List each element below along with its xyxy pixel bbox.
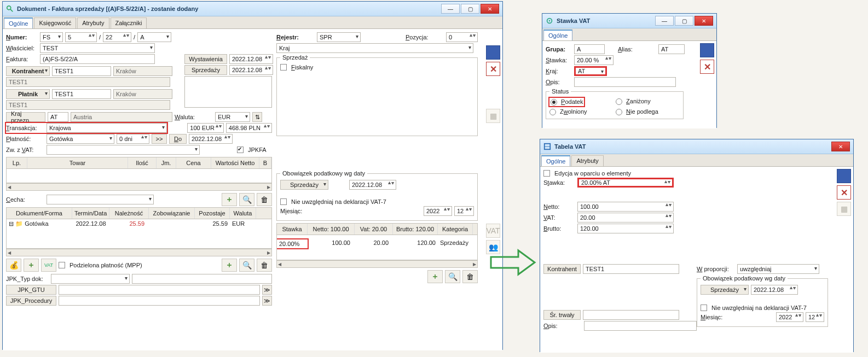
hdr-ilosc[interactable]: Ilość bbox=[128, 157, 157, 168]
w2-kraj[interactable]: AT bbox=[574, 66, 607, 76]
rate1[interactable]: 100 EUR bbox=[187, 123, 224, 133]
add2-icon[interactable]: ＋ bbox=[24, 259, 39, 272]
jpk-proc-more[interactable]: ≫ bbox=[262, 296, 272, 306]
win3-close[interactable]: ✕ bbox=[831, 142, 850, 151]
jpk-gtu[interactable] bbox=[59, 285, 260, 295]
do-date[interactable]: 2022.12.08 bbox=[189, 134, 233, 144]
win2-min[interactable]: — bbox=[655, 16, 674, 26]
w3-kontrahent[interactable]: TEST1 bbox=[583, 264, 679, 274]
hdr-b[interactable]: B bbox=[259, 157, 271, 168]
btn-kontrahent[interactable]: Kontrahent bbox=[6, 66, 50, 76]
radio-podatek[interactable] bbox=[551, 99, 557, 106]
items-scroll-h[interactable]: ◀▶ bbox=[6, 183, 272, 191]
note-box[interactable] bbox=[184, 76, 272, 108]
chk-edycja[interactable] bbox=[543, 170, 550, 177]
vh0[interactable]: Stawka bbox=[277, 224, 308, 235]
tab-ksiegowosc[interactable]: Księgowość bbox=[34, 17, 76, 28]
hdr-cena[interactable]: Cena bbox=[176, 157, 211, 168]
w3-opis[interactable] bbox=[584, 321, 697, 331]
tab-atrybuty[interactable]: Atrybuty bbox=[77, 17, 109, 28]
tab-zalaczniki[interactable]: Załączniki bbox=[111, 17, 147, 28]
w3-save-icon[interactable] bbox=[837, 169, 851, 183]
bank-icon[interactable]: 💰 bbox=[6, 259, 21, 272]
date-sprzedazy[interactable]: 2022.12.08 bbox=[229, 65, 273, 75]
add3-icon[interactable]: ＋ bbox=[222, 259, 237, 272]
jpk-typ[interactable] bbox=[51, 274, 130, 284]
w3-btn-srtrwaly[interactable]: Śr. trwały bbox=[543, 310, 581, 320]
btn-kraj-przezn[interactable]: Kraj przezn. bbox=[6, 112, 45, 122]
win2-max[interactable]: ▢ bbox=[675, 16, 693, 26]
w2-opis[interactable] bbox=[574, 77, 676, 87]
ph3[interactable]: Zobowiązanie bbox=[149, 208, 195, 219]
miesiac-m[interactable]: 12 bbox=[454, 206, 474, 216]
window-minimize[interactable]: — bbox=[441, 4, 460, 14]
date-wystawienia[interactable]: 2022.12.08 bbox=[229, 54, 273, 64]
w3-chk-nieuwz[interactable] bbox=[701, 305, 707, 311]
vat-icon[interactable]: VAT bbox=[486, 224, 500, 238]
add-icon[interactable]: ＋ bbox=[222, 193, 237, 206]
w3-miesiac-r[interactable]: 2022 bbox=[776, 312, 803, 322]
numer-prefix[interactable]: FS bbox=[40, 32, 63, 42]
chk-fiskalny[interactable] bbox=[280, 64, 287, 71]
miesiac-rok[interactable]: 2022 bbox=[424, 206, 452, 216]
jpk-proc[interactable] bbox=[59, 296, 260, 306]
w2-stawka[interactable]: 20.00 % bbox=[574, 55, 614, 65]
ph5[interactable]: Waluta bbox=[230, 208, 256, 219]
jpk-gtu-more[interactable]: ≫ bbox=[262, 285, 272, 295]
radio-zwolniony[interactable] bbox=[549, 109, 556, 115]
payments-scroll[interactable]: ◀▶ bbox=[6, 249, 272, 256]
hdr-netto[interactable]: Wartości Netto bbox=[211, 157, 259, 168]
kraj-przezn-code[interactable]: AT bbox=[48, 112, 68, 122]
cecha[interactable] bbox=[47, 195, 154, 204]
kontrahent-code[interactable]: TEST1 bbox=[52, 66, 111, 76]
search2-icon[interactable]: 🔍 bbox=[239, 259, 254, 272]
ph0[interactable]: Dokument/Forma bbox=[7, 208, 72, 219]
platnosc[interactable]: Gotówka bbox=[47, 134, 114, 144]
vh4[interactable]: Kategoria bbox=[438, 224, 473, 235]
win2-cancel-icon[interactable]: ✕ bbox=[700, 60, 714, 74]
hdr-jm[interactable]: Jm. bbox=[157, 157, 176, 168]
w3-sprzedazy[interactable]: Sprzedaży bbox=[701, 285, 749, 295]
rejestr[interactable]: SPR bbox=[317, 32, 361, 42]
w3-tab-atrybuty[interactable]: Atrybuty bbox=[571, 155, 603, 166]
w3-srtrwaly[interactable] bbox=[583, 310, 679, 320]
ph2[interactable]: Należność bbox=[109, 208, 149, 219]
vh2[interactable]: Vat: 20.00 bbox=[355, 224, 393, 235]
window-maximize[interactable]: ▢ bbox=[461, 4, 479, 14]
chk-nie-uwz[interactable] bbox=[280, 198, 287, 205]
w3-vat[interactable]: 20.00 bbox=[577, 213, 674, 223]
w2-grupa[interactable]: A bbox=[574, 44, 605, 54]
vat-search-icon[interactable]: 🔍 bbox=[445, 270, 460, 283]
w3-brutto[interactable]: 120.00 bbox=[577, 224, 674, 233]
w3-tab-ogolne[interactable]: Ogólne bbox=[541, 155, 570, 166]
w3-stawka[interactable]: 20.00% AT bbox=[577, 178, 674, 188]
chk-jpkfa[interactable] bbox=[237, 147, 244, 153]
cancel-icon[interactable]: ✕ bbox=[486, 62, 500, 76]
win2-tab-ogolne[interactable]: Ogólne bbox=[543, 30, 572, 40]
rate2[interactable]: 468.98 PLN bbox=[226, 123, 272, 133]
sprzedazy2-date[interactable]: 2022.12.08 bbox=[349, 180, 396, 190]
vh3[interactable]: Brutto: 120.00 bbox=[393, 224, 438, 235]
numer-year[interactable]: 22 bbox=[103, 32, 131, 42]
w3-miesiac-m[interactable]: 12 bbox=[806, 312, 824, 322]
items-body[interactable] bbox=[6, 169, 272, 183]
vat-delete-icon[interactable]: 🗑 bbox=[462, 270, 478, 283]
search-icon[interactable]: 🔍 bbox=[239, 193, 254, 206]
jpk-typ-text[interactable] bbox=[132, 274, 272, 284]
radio-zanizony[interactable] bbox=[616, 98, 622, 105]
win2-save-icon[interactable] bbox=[700, 43, 714, 57]
delete-icon[interactable]: 🗑 bbox=[257, 193, 272, 206]
win2-close[interactable]: ✕ bbox=[695, 16, 713, 26]
chk-mpp[interactable] bbox=[59, 262, 65, 268]
vat-add-icon[interactable]: ＋ bbox=[427, 270, 443, 283]
vh1[interactable]: Netto: 100.00 bbox=[308, 224, 355, 235]
vat-btn-icon[interactable]: VAT bbox=[41, 259, 56, 272]
platnik-code[interactable]: TEST1 bbox=[52, 89, 111, 99]
zwzvat[interactable] bbox=[47, 145, 200, 155]
w2-alias[interactable]: AT bbox=[658, 44, 685, 54]
hdr-lp[interactable]: Lp. bbox=[7, 157, 27, 168]
platnosc-dni[interactable]: 0 dni bbox=[117, 134, 149, 144]
ph1[interactable]: Termin/Data bbox=[72, 208, 109, 219]
numer-suffix[interactable]: A bbox=[137, 32, 171, 42]
btn-jpk-proc[interactable]: JPK_Procedury bbox=[6, 296, 56, 306]
